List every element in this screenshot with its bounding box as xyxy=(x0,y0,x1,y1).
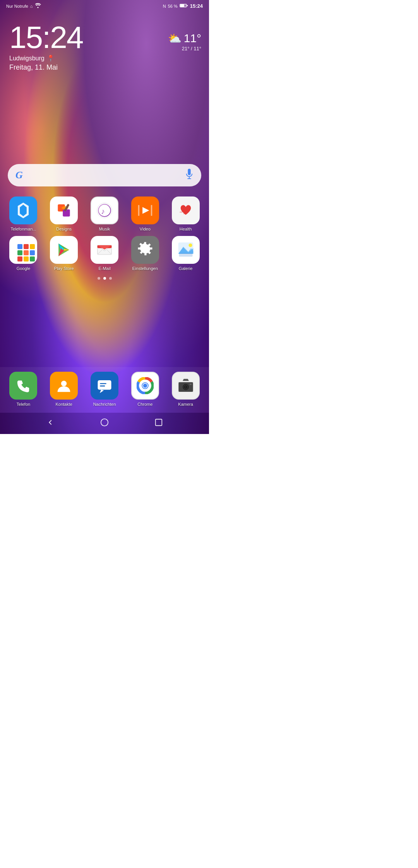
location-row: Ludwigsburg 📍 xyxy=(9,55,200,62)
svg-point-49 xyxy=(185,386,187,388)
battery-icon xyxy=(180,3,188,9)
app-health[interactable]: Health xyxy=(167,196,204,231)
chrome-label: Chrome xyxy=(137,402,152,407)
chrome-icon xyxy=(131,372,159,400)
app-designs[interactable]: Designs xyxy=(45,196,83,231)
email-icon xyxy=(91,236,118,264)
telefonmanager-label: Telefonman... xyxy=(10,227,36,231)
dock-messages[interactable]: Nachrichten xyxy=(86,372,123,407)
home-status-icon: ⌂ xyxy=(30,4,33,9)
status-bar: Nur Notrufe ⌂ N 56 % 15:24 xyxy=(0,0,209,10)
page-dot-1[interactable] xyxy=(98,277,100,280)
google-label: Google xyxy=(17,266,30,271)
location-pin-icon: 📍 xyxy=(47,55,55,62)
dock: Telefon Kontakte xyxy=(0,367,209,413)
svg-rect-13 xyxy=(138,205,139,216)
telefonmanager-icon xyxy=(9,196,37,224)
svg-rect-14 xyxy=(151,205,152,216)
app-grid-row1: Telefonman... Designs xyxy=(0,190,209,234)
health-label: Health xyxy=(180,227,192,231)
page-dot-2[interactable] xyxy=(103,277,106,280)
weather-widget: ⛅ 11° 21° / 11° xyxy=(168,32,201,51)
messages-label: Nachrichten xyxy=(93,402,116,407)
musik-icon: ♪ xyxy=(91,196,118,224)
svg-rect-36 xyxy=(98,380,111,390)
svg-point-51 xyxy=(101,419,108,426)
svg-rect-1 xyxy=(180,4,184,7)
svg-rect-50 xyxy=(189,384,191,385)
google-icon xyxy=(9,236,37,264)
nfc-label: N xyxy=(163,4,166,9)
playstore-icon xyxy=(50,236,78,264)
settings-label: Einstellungen xyxy=(132,266,158,271)
svg-point-44 xyxy=(143,384,147,388)
nav-back-button[interactable] xyxy=(46,418,55,429)
weather-temp: 11° xyxy=(184,32,201,45)
contacts-icon xyxy=(50,372,78,400)
phone-label: Telefon xyxy=(17,402,30,407)
location-text: Ludwigsburg xyxy=(9,55,45,62)
camera-label: Kamera xyxy=(178,402,193,407)
app-google[interactable]: Google xyxy=(5,236,42,271)
date-display: Freitag, 11. Mai xyxy=(9,63,200,72)
weather-icon: ⛅ xyxy=(168,32,182,45)
app-playstore[interactable]: Play Store xyxy=(45,236,83,271)
health-icon xyxy=(172,196,200,224)
svg-rect-2 xyxy=(187,5,188,6)
video-label: Video xyxy=(140,227,151,231)
musik-label: Musik xyxy=(99,227,110,231)
dock-phone[interactable]: Telefon xyxy=(5,372,42,407)
video-icon xyxy=(131,196,159,224)
designs-icon xyxy=(50,196,78,224)
svg-point-35 xyxy=(61,381,67,386)
contacts-label: Kontakte xyxy=(55,402,72,407)
weather-range: 21° / 11° xyxy=(168,46,201,51)
page-dots xyxy=(0,274,209,283)
app-telefonmanager[interactable]: Telefonman... xyxy=(5,196,42,231)
battery-label: 56 % xyxy=(168,4,178,9)
messages-icon xyxy=(91,372,118,400)
app-grid-row2: Google xyxy=(0,234,209,274)
time-label: 15:24 xyxy=(190,3,203,9)
playstore-label: Play Store xyxy=(54,266,74,271)
svg-text:♪: ♪ xyxy=(101,207,105,215)
emergency-label: Nur Notrufe xyxy=(6,4,28,9)
app-gallery[interactable]: Galerie xyxy=(167,236,204,271)
nav-home-button[interactable] xyxy=(100,418,109,429)
search-bar[interactable]: G xyxy=(8,164,201,186)
voice-search-icon[interactable] xyxy=(185,169,194,182)
designs-label: Designs xyxy=(56,227,72,231)
page-dot-3[interactable] xyxy=(109,277,112,280)
camera-icon xyxy=(172,372,200,400)
google-logo: G xyxy=(15,169,23,181)
app-video[interactable]: Video xyxy=(126,196,164,231)
svg-rect-8 xyxy=(63,209,70,216)
gallery-label: Galerie xyxy=(179,266,192,271)
dock-contacts[interactable]: Kontakte xyxy=(45,372,83,407)
dock-camera[interactable]: Kamera xyxy=(167,372,204,407)
email-label: E-Mail xyxy=(98,266,110,271)
nav-bar xyxy=(0,413,209,434)
gallery-icon xyxy=(172,236,200,264)
app-email[interactable]: E-Mail xyxy=(86,236,123,271)
svg-rect-3 xyxy=(188,169,190,175)
app-settings[interactable]: Einstellungen xyxy=(126,236,164,271)
svg-rect-52 xyxy=(156,419,162,426)
status-right: N 56 % 15:24 xyxy=(163,3,203,9)
nav-recents-button[interactable] xyxy=(154,418,163,429)
dock-chrome[interactable]: Chrome xyxy=(126,372,164,407)
svg-rect-34 xyxy=(179,253,192,256)
app-musik[interactable]: ♪ Musik xyxy=(86,196,123,231)
svg-point-33 xyxy=(188,243,192,247)
status-left: Nur Notrufe ⌂ xyxy=(6,3,41,9)
settings-icon xyxy=(131,236,159,264)
svg-marker-37 xyxy=(100,390,104,393)
phone-icon xyxy=(9,372,37,400)
svg-marker-15 xyxy=(142,207,149,214)
wifi-icon xyxy=(35,3,41,9)
